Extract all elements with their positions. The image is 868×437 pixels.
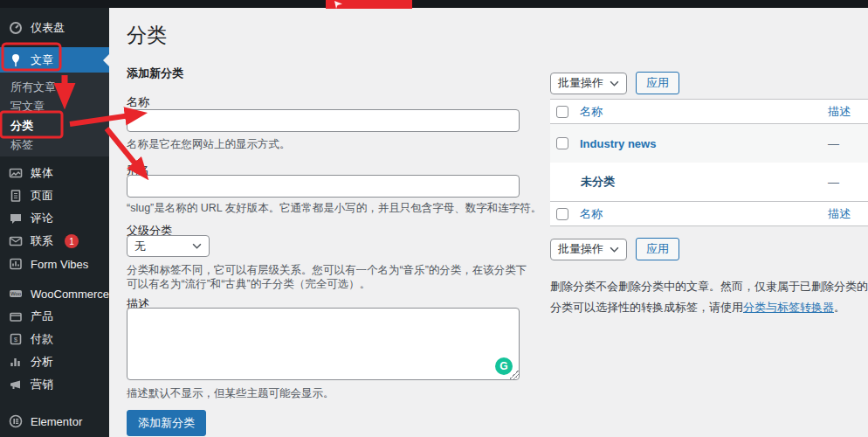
sidebar-item-woocommerce[interactable]: Woo WooCommerce — [0, 282, 109, 305]
bulk-actions-select[interactable]: 批量操作 — [550, 73, 627, 94]
sidebar-item-comments[interactable]: 评论 — [0, 207, 109, 230]
sidebar-item-label: 页面 — [31, 188, 53, 204]
admin-sidebar: 仪表盘 文章 所有文章 写文章 分类 标签 媒体 页面 评论 联系 1 — [0, 0, 109, 437]
bulk-actions-value: 批量操作 — [558, 75, 603, 91]
box-icon — [9, 309, 23, 323]
category-tag-converter-link[interactable]: 分类与标签转换器 — [743, 301, 834, 314]
sidebar-item-elementor[interactable]: Elementor — [0, 410, 109, 433]
chevron-down-icon — [610, 80, 619, 87]
bulk-actions-value: 批量操作 — [558, 241, 603, 257]
category-link[interactable]: 未分类 — [581, 175, 615, 188]
sidebar-item-label: 评论 — [31, 211, 53, 226]
sidebar-item-pages[interactable]: 页面 — [0, 184, 109, 207]
sidebar-item-analytics[interactable]: 分析 — [0, 350, 109, 373]
sidebar-item-label: 营销 — [31, 377, 53, 392]
category-description: — — [828, 176, 868, 189]
sidebar-item-label: Form Vibes — [31, 258, 88, 271]
description-textarea[interactable] — [127, 308, 520, 380]
sidebar-item-payments[interactable]: $ 付款 — [0, 328, 109, 350]
sidebar-item-label: 联系 — [31, 233, 53, 249]
bulk-actions-bar-top: 批量操作 应用 — [550, 72, 679, 94]
slug-input[interactable] — [127, 175, 520, 198]
sidebar-item-categories[interactable]: 分类 — [0, 116, 109, 135]
apply-button[interactable]: 应用 — [636, 72, 679, 94]
sidebar-item-posts[interactable]: 文章 — [0, 47, 109, 73]
sidebar-item-label: WooCommerce — [31, 288, 109, 301]
bar-chart-icon — [9, 355, 23, 369]
table-footer-row: 名称 描述 — [550, 201, 868, 225]
woocommerce-icon: Woo — [9, 287, 23, 301]
name-help: 名称是它在您网站上的显示方式。 — [127, 137, 291, 151]
delete-category-note: 删除分类不会删除分类中的文章。然而，仅隶属于已删除分类的文章将会分入默 分类可以… — [550, 276, 868, 318]
row-checkbox[interactable] — [556, 137, 568, 149]
comment-icon — [9, 212, 23, 225]
sidebar-item-tags[interactable]: 标签 — [0, 135, 109, 155]
column-header-description[interactable]: 描述 — [828, 105, 851, 118]
parent-category-help: 分类和标签不同，它可以有层级关系。您可以有一个名为“音乐”的分类，在该分类下可以… — [127, 263, 528, 291]
sidebar-item-label: 产品 — [31, 309, 53, 324]
sidebar-item-label: 媒体 — [31, 165, 53, 181]
sidebar-item-label: Elementor — [31, 415, 82, 428]
sidebar-item-marketing[interactable]: 营销 — [0, 373, 109, 396]
name-label: 名称 — [127, 94, 149, 110]
admin-bar — [0, 0, 868, 8]
select-all-checkbox[interactable] — [556, 208, 568, 220]
bulk-actions-select[interactable]: 批量操作 — [550, 239, 627, 260]
megaphone-icon — [9, 378, 23, 392]
category-link[interactable]: Industry news — [580, 137, 656, 150]
note-text: 。 — [834, 301, 845, 314]
sidebar-item-form-vibes[interactable]: Form Vibes — [0, 253, 109, 275]
elementor-icon — [9, 414, 23, 428]
category-description: — — [828, 137, 868, 150]
svg-text:$: $ — [14, 336, 18, 343]
sidebar-item-label: 分析 — [31, 354, 53, 370]
slug-help: “slug”是名称的 URL 友好版本。它通常都是小写的，并且只包含字母、数字和… — [127, 201, 541, 215]
table-row: 未分类 — — [550, 163, 868, 201]
page-title: 分类 — [127, 22, 167, 49]
parent-category-value: 无 — [134, 239, 146, 254]
posts-submenu: 所有文章 写文章 分类 标签 — [0, 73, 109, 156]
name-input[interactable] — [127, 109, 520, 132]
note-text: 分类可以选择性的转换成标签，请使用 — [550, 301, 743, 314]
main-content: 分类 添加新分类 名称 名称是它在您网站上的显示方式。 别名 “slug”是名称… — [109, 8, 868, 437]
form-vibes-icon — [9, 257, 23, 271]
sidebar-item-all-posts[interactable]: 所有文章 — [0, 78, 109, 97]
page-icon — [9, 189, 23, 203]
sidebar-item-dashboard[interactable]: 仪表盘 — [0, 17, 109, 39]
pin-icon — [9, 53, 23, 67]
sidebar-separator — [0, 275, 109, 282]
note-line-2: 分类可以选择性的转换成标签，请使用分类与标签转换器。 — [550, 297, 868, 318]
column-header-name[interactable]: 名称 — [580, 105, 603, 118]
add-category-heading: 添加新分类 — [127, 66, 183, 81]
column-footer-description[interactable]: 描述 — [828, 207, 851, 220]
categories-table: 名称 描述 Industry news — 未分类 — 名称 描述 — [550, 99, 868, 226]
description-textarea-wrap: G — [127, 308, 520, 380]
chevron-down-icon — [192, 243, 202, 249]
sidebar-item-contact[interactable]: 联系 1 — [0, 230, 109, 253]
table-row: Industry news — — [550, 124, 868, 163]
resize-handle-icon[interactable] — [510, 371, 519, 379]
chevron-down-icon — [610, 246, 619, 253]
sidebar-item-media[interactable]: 媒体 — [0, 162, 109, 184]
column-footer-name[interactable]: 名称 — [580, 207, 603, 220]
select-all-checkbox[interactable] — [556, 106, 568, 118]
payment-icon: $ — [9, 332, 23, 346]
dashboard-icon — [9, 21, 23, 35]
media-icon — [9, 166, 23, 180]
parent-category-select[interactable]: 无 — [127, 235, 210, 257]
sidebar-item-label: 付款 — [31, 331, 53, 347]
table-header-row: 名称 描述 — [550, 100, 868, 124]
apply-button[interactable]: 应用 — [636, 238, 679, 260]
sidebar-item-label: 文章 — [31, 52, 53, 68]
add-category-button[interactable]: 添加新分类 — [127, 410, 206, 436]
sidebar-item-label: 仪表盘 — [31, 20, 65, 36]
envelope-icon — [9, 234, 23, 248]
bulk-actions-bar-bottom: 批量操作 应用 — [550, 238, 679, 260]
sidebar-item-new-post[interactable]: 写文章 — [0, 97, 109, 116]
description-help: 描述默认不显示，但某些主题可能会显示。 — [127, 386, 334, 400]
svg-text:Woo: Woo — [10, 291, 22, 296]
note-line-1: 删除分类不会删除分类中的文章。然而，仅隶属于已删除分类的文章将会分入默 — [550, 276, 868, 297]
notification-badge: 1 — [65, 234, 79, 248]
sidebar-item-products[interactable]: 产品 — [0, 305, 109, 328]
